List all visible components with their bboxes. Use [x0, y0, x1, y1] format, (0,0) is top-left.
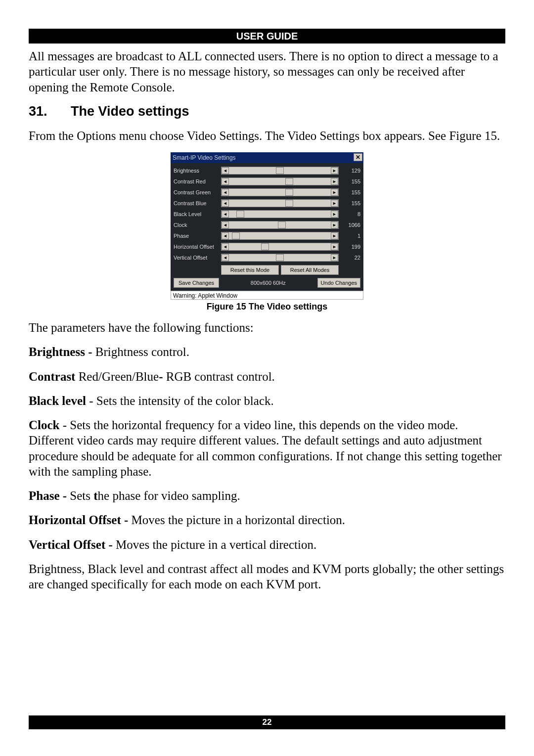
close-icon[interactable]: ✕ [354, 153, 362, 161]
label: Black level [29, 394, 86, 407]
slider-row: Vertical Offset◄►22 [174, 252, 360, 263]
arrow-right-icon[interactable]: ► [331, 167, 338, 174]
undo-changes-button[interactable]: Undo Changes [317, 278, 360, 288]
params-intro: The parameters have the following functi… [29, 320, 505, 335]
scroll-thumb[interactable] [276, 254, 284, 261]
page-number: 22 [263, 717, 272, 727]
slider-label: Black Level [174, 211, 219, 217]
slider-row: Phase◄►1 [174, 230, 360, 241]
scroll-thumb[interactable] [232, 232, 240, 239]
arrow-left-icon[interactable]: ◄ [222, 222, 229, 228]
arrow-left-icon[interactable]: ◄ [222, 232, 229, 239]
arrow-right-icon[interactable]: ► [331, 189, 338, 196]
scrollbar[interactable]: ◄► [221, 232, 339, 240]
scrollbar[interactable]: ◄► [221, 167, 339, 175]
arrow-right-icon[interactable]: ► [331, 200, 338, 207]
slider-value: 1 [341, 233, 360, 239]
text: Brightness control. [95, 345, 189, 358]
slider-row: Contrast Blue◄►155 [174, 198, 360, 209]
text: Moves the picture in a vertical directio… [116, 538, 316, 551]
arrow-right-icon[interactable]: ► [331, 232, 338, 239]
save-row: Save Changes 800x600 60Hz Undo Changes [174, 277, 360, 289]
scrollbar[interactable]: ◄► [221, 188, 339, 196]
slider-value: 8 [341, 211, 360, 217]
slider-value: 1066 [341, 222, 360, 228]
slider-row: Contrast Green◄►155 [174, 187, 360, 198]
slider-label: Contrast Blue [174, 200, 219, 206]
header-title: USER GUIDE [236, 31, 298, 42]
mid: Red/Green/Blue [75, 370, 159, 383]
param-phase: Phase - Sets the phase for video samplin… [29, 488, 505, 503]
label: Brightness - [29, 345, 95, 358]
arrow-right-icon[interactable]: ► [331, 178, 338, 185]
arrow-right-icon[interactable]: ► [331, 254, 338, 261]
scroll-thumb[interactable] [236, 211, 244, 218]
text: Moves the picture in a horizontal direct… [132, 513, 346, 527]
scroll-thumb[interactable] [276, 167, 284, 174]
closing-paragraph: Brightness, Black level and contrast aff… [29, 561, 505, 592]
scrollbar[interactable]: ◄► [221, 221, 339, 229]
scrollbar[interactable]: ◄► [221, 199, 339, 207]
slider-value: 199 [341, 244, 360, 250]
arrow-left-icon[interactable]: ◄ [222, 200, 229, 207]
arrow-right-icon[interactable]: ► [331, 243, 338, 250]
titlebar[interactable]: Smart-IP Video Settings ✕ [171, 152, 363, 163]
section-intro: From the Options menu choose Video Setti… [29, 128, 505, 143]
arrow-right-icon[interactable]: ► [331, 211, 338, 218]
scroll-thumb[interactable] [285, 178, 293, 185]
slider-label: Contrast Red [174, 178, 219, 184]
text: - Sets the intensity of the color black. [86, 394, 274, 407]
scrollbar[interactable]: ◄► [221, 243, 339, 251]
reset-this-mode-button[interactable]: Reset this Mode [221, 265, 279, 275]
label: Contrast [29, 370, 75, 383]
scrollbar[interactable]: ◄► [221, 254, 339, 262]
scrollbar[interactable]: ◄► [221, 210, 339, 218]
label: Phase - [29, 489, 70, 502]
scroll-thumb[interactable] [278, 222, 286, 228]
arrow-left-icon[interactable]: ◄ [222, 243, 229, 250]
figure-caption: Figure 15 The Video settings [29, 302, 505, 312]
section-title: The Video settings [71, 104, 189, 119]
text1: Sets [70, 489, 93, 502]
section-heading: 31.The Video settings [29, 104, 505, 119]
param-voffset: Vertical Offset - Moves the picture in a… [29, 537, 505, 552]
slider-label: Horizontal Offset [174, 244, 219, 250]
intro-paragraph: All messages are broadcast to ALL connec… [29, 48, 505, 95]
label: Clock [29, 418, 60, 432]
scroll-thumb[interactable] [285, 189, 293, 196]
arrow-right-icon[interactable]: ► [331, 222, 338, 228]
section-number: 31. [29, 104, 71, 119]
param-brightness: Brightness - Brightness control. [29, 344, 505, 359]
save-changes-button[interactable]: Save Changes [174, 278, 219, 288]
arrow-left-icon[interactable]: ◄ [222, 167, 229, 174]
slider-value: 155 [341, 178, 360, 184]
scroll-thumb[interactable] [261, 243, 269, 250]
header-bar: USER GUIDE [29, 29, 505, 44]
slider-label: Phase [174, 233, 219, 239]
param-clock: Clock - Sets the horizontal frequency fo… [29, 417, 505, 479]
arrow-left-icon[interactable]: ◄ [222, 178, 229, 185]
scrollbar[interactable]: ◄► [221, 178, 339, 185]
param-hoffset: Horizontal Offset - Moves the picture in… [29, 512, 505, 528]
arrow-left-icon[interactable]: ◄ [222, 254, 229, 261]
slider-row: Black Level◄►8 [174, 209, 360, 220]
param-blacklevel: Black level - Sets the intensity of the … [29, 393, 505, 408]
arrow-left-icon[interactable]: ◄ [222, 211, 229, 218]
slider-label: Clock [174, 222, 219, 228]
scroll-thumb[interactable] [285, 200, 293, 207]
slider-label: Brightness [174, 168, 219, 174]
slider-value: 155 [341, 189, 360, 195]
figure-wrap: Smart-IP Video Settings ✕ Brightness◄►12… [29, 152, 505, 312]
label: Vertical Offset - [29, 538, 116, 551]
slider-row: Clock◄►1066 [174, 220, 360, 230]
video-settings-window: Smart-IP Video Settings ✕ Brightness◄►12… [171, 152, 363, 300]
reset-row: Reset this Mode Reset All Modes [174, 264, 360, 276]
slider-value: 155 [341, 200, 360, 206]
t: t [93, 489, 97, 502]
reset-all-modes-button[interactable]: Reset All Modes [281, 265, 339, 275]
arrow-left-icon[interactable]: ◄ [222, 189, 229, 196]
text: - Sets the horizontal frequency for a vi… [29, 418, 502, 478]
dash: - [159, 370, 166, 383]
text: RGB contrast control. [166, 370, 275, 383]
slider-value: 22 [341, 255, 360, 261]
